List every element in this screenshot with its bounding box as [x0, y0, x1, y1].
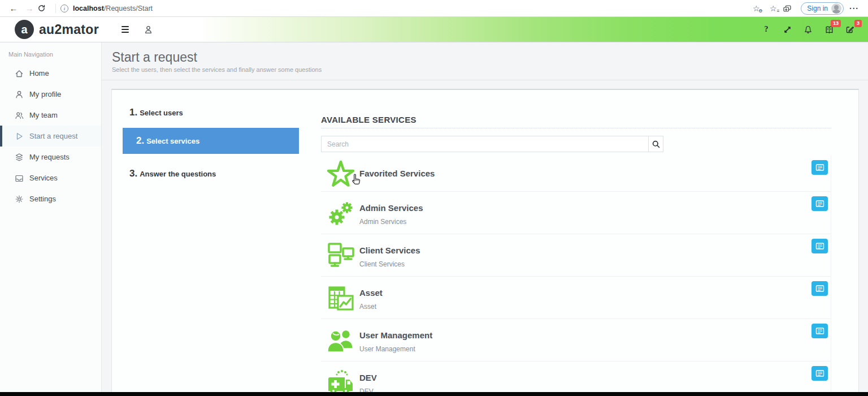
- service-open-button[interactable]: [811, 196, 828, 211]
- search-button[interactable]: [648, 136, 663, 152]
- wizard-step-3[interactable]: 3.Answer the questions: [123, 168, 299, 179]
- forward-icon: →: [21, 3, 37, 13]
- url-path: /Requests/Start: [104, 5, 153, 12]
- search-row: [321, 136, 663, 152]
- help-icon[interactable]: ?: [761, 24, 772, 35]
- services-heading: AVAILABLE SERVICES: [321, 115, 416, 124]
- user-icon[interactable]: [144, 25, 153, 35]
- service-title: Admin Services: [359, 203, 831, 213]
- wizard-step-1[interactable]: 1.Select users: [123, 107, 299, 118]
- favorites-icon[interactable]: ☆≡: [766, 4, 780, 13]
- service-text: User ManagementUser Management: [359, 319, 831, 353]
- sign-in-label: Sign in: [807, 5, 828, 12]
- service-open-button[interactable]: [811, 160, 828, 175]
- header-actions: ? 13: [761, 24, 868, 35]
- service-row-favorited-services[interactable]: Favorited Services: [321, 156, 831, 192]
- gears-icon: [326, 197, 356, 228]
- profile-icon: [15, 90, 29, 99]
- sidebar-item-my-profile[interactable]: My profile: [0, 84, 101, 105]
- service-text: Admin ServicesAdmin Services: [359, 192, 831, 226]
- service-row-client-services[interactable]: Client ServicesClient Services: [321, 234, 831, 277]
- service-text: AssetAsset: [359, 277, 831, 311]
- sidebar-item-home[interactable]: Home: [0, 63, 101, 84]
- page-head: Start a request Select the users, then s…: [102, 42, 868, 73]
- compose-icon[interactable]: 3: [844, 24, 856, 35]
- sidebar-item-label: Home: [29, 69, 49, 78]
- service-open-button[interactable]: [811, 239, 828, 253]
- step-label: Select users: [140, 109, 183, 117]
- bell-icon[interactable]: [802, 24, 814, 35]
- service-open-button[interactable]: [811, 324, 828, 338]
- service-list: Favorited ServicesAdmin ServicesAdmin Se…: [321, 156, 831, 396]
- sidebar-item-settings[interactable]: Settings: [0, 188, 101, 209]
- brand-logo[interactable]: a: [15, 20, 34, 39]
- service-subtitle: Client Services: [359, 260, 831, 268]
- collections-icon[interactable]: [783, 4, 798, 13]
- home-icon: [15, 69, 29, 78]
- service-title: User Management: [359, 330, 831, 340]
- sidebar-item-label: My profile: [29, 90, 61, 98]
- service-title: DEV: [359, 373, 831, 382]
- browser-bar: ← → i localhost/Requests/Start ☆⚙ ☆≡: [0, 0, 868, 17]
- monitors-icon: [326, 240, 356, 270]
- step-number: 2.: [136, 135, 144, 146]
- brand-name[interactable]: au2mator: [39, 22, 99, 37]
- asset-table-icon: [326, 282, 356, 313]
- divider: [321, 128, 831, 128]
- sidebar-item-my-team[interactable]: My team: [0, 105, 101, 126]
- service-row-asset[interactable]: AssetAsset: [321, 277, 831, 319]
- users-icon: [326, 325, 356, 355]
- wizard-step-2[interactable]: 2.Select services: [123, 128, 299, 154]
- divider: [55, 4, 56, 13]
- sidebar-item-label: My team: [29, 111, 58, 119]
- logo-letter: a: [21, 23, 27, 36]
- star-icon: [326, 158, 356, 189]
- services-icon: [15, 174, 29, 183]
- info-icon[interactable]: i: [60, 5, 68, 12]
- sidebar-item-label: Start a request: [29, 132, 77, 140]
- requests-badge: 13: [831, 20, 841, 27]
- add-favorite-icon[interactable]: ☆⚙: [749, 4, 763, 13]
- browser-nav: ← → i localhost/Requests/Start: [0, 3, 153, 13]
- service-text: DEVDEV: [359, 361, 831, 395]
- service-title: Client Services: [359, 246, 831, 255]
- step-number: 1.: [129, 107, 137, 118]
- url-host: localhost: [73, 5, 104, 12]
- page-title: Start a request: [112, 50, 868, 65]
- refresh-icon[interactable]: [37, 4, 53, 12]
- request-wizard-card: 1.Select users2.Select services3.Answer …: [111, 89, 859, 396]
- expand-icon[interactable]: [782, 24, 793, 35]
- service-open-button[interactable]: [811, 281, 828, 296]
- service-text: Favorited Services: [359, 156, 831, 191]
- profile-avatar: [831, 3, 841, 14]
- browser-toolbar: ☆⚙ ☆≡ Sign in ···: [749, 2, 868, 15]
- sidebar-items: HomeMy profileMy teamStart a requestMy r…: [0, 63, 101, 209]
- sidebar-item-label: Services: [29, 174, 58, 182]
- menu-icon[interactable]: [119, 24, 131, 36]
- search-input[interactable]: [321, 136, 648, 152]
- service-row-dev[interactable]: DEVDEV: [321, 361, 831, 396]
- sidebar-item-label: My requests: [29, 153, 70, 161]
- service-open-button[interactable]: [811, 366, 828, 381]
- service-subtitle: Admin Services: [359, 218, 831, 226]
- requests-book-icon[interactable]: 13: [823, 24, 835, 35]
- back-icon[interactable]: ←: [6, 3, 21, 13]
- my-requests-icon: [15, 153, 29, 162]
- step-label: Select services: [146, 137, 199, 145]
- sidebar-item-label: Settings: [29, 195, 56, 203]
- service-title: Favorited Services: [359, 169, 435, 178]
- sign-in-button[interactable]: Sign in: [801, 2, 844, 15]
- service-row-admin-services[interactable]: Admin ServicesAdmin Services: [321, 192, 831, 234]
- sidebar-item-start-a-request[interactable]: Start a request: [0, 126, 101, 147]
- more-menu-icon[interactable]: ···: [846, 4, 862, 13]
- service-row-user-management[interactable]: User ManagementUser Management: [321, 319, 831, 361]
- sidebar-item-my-requests[interactable]: My requests: [0, 147, 101, 167]
- team-icon: [15, 111, 29, 120]
- url-bar[interactable]: localhost/Requests/Start: [73, 5, 153, 12]
- sidebar-item-services[interactable]: Services: [0, 167, 101, 188]
- service-subtitle: User Management: [359, 345, 831, 353]
- step-number: 3.: [129, 168, 137, 179]
- start-request-icon: [15, 132, 29, 141]
- sidebar: Main Navigation HomeMy profileMy teamSta…: [0, 42, 102, 396]
- divider: [102, 80, 868, 80]
